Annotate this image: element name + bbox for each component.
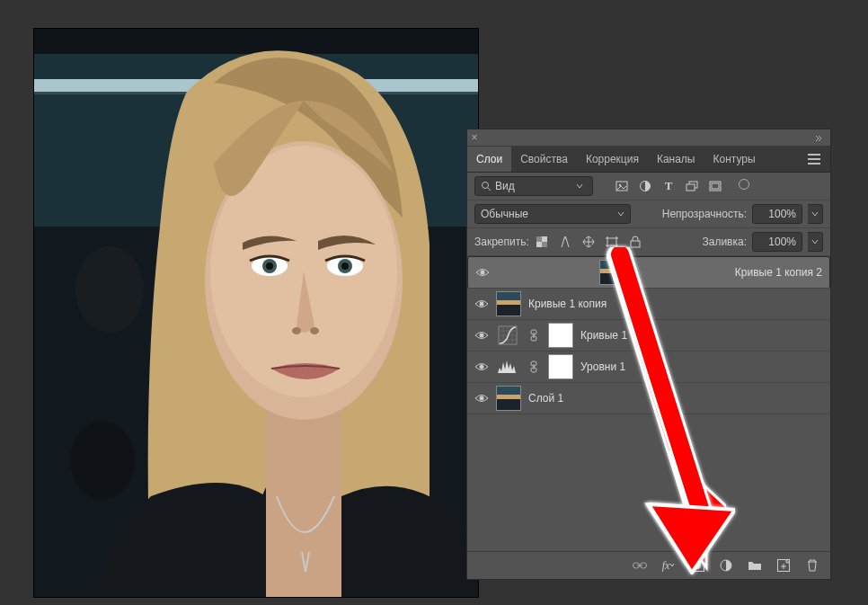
link-layers-icon[interactable] [633,558,647,573]
svg-rect-24 [686,184,695,191]
tab-adjustments[interactable]: Коррекция [577,147,648,172]
visibility-icon[interactable] [474,360,489,374]
svg-point-33 [480,302,484,307]
svg-rect-29 [542,242,547,247]
new-group-icon[interactable] [748,558,762,573]
layer-row[interactable]: Кривые 1 копия 2 [467,256,830,289]
layer-filter-select[interactable]: Вид [474,176,593,196]
filter-shape-icon[interactable] [685,179,699,193]
lock-row: Закрепить: Заливка: 100% [467,228,830,256]
mask-thumbnail[interactable] [548,354,573,379]
curves-adj-icon[interactable] [496,324,519,347]
tab-layers[interactable]: Слои [467,147,511,172]
layer-row[interactable]: Слой 1 [467,383,830,414]
lock-transparency-icon[interactable] [535,235,549,249]
tab-properties[interactable]: Свойства [511,147,577,172]
svg-point-41 [480,396,484,401]
filter-row: Вид T [467,173,830,200]
fx-icon[interactable]: fx [661,558,676,573]
svg-point-13 [266,262,273,270]
layer-thumbnail[interactable] [599,260,624,285]
layer-name[interactable]: Кривые 1 копия [528,298,607,310]
fill-label: Заливка: [702,236,747,248]
lock-all-icon[interactable] [628,235,642,249]
new-layer-icon[interactable] [776,558,791,573]
svg-point-45 [694,562,701,569]
visibility-icon[interactable] [474,391,489,405]
filter-pixel-icon[interactable] [615,179,629,193]
fill-value: 100% [768,236,796,248]
panel-menu-icon[interactable] [807,152,821,166]
tab-paths[interactable]: Контуры [704,147,765,172]
panel-footer: fx [467,551,830,579]
fill-dropdown[interactable] [808,232,823,252]
layer-thumbnail[interactable] [496,291,521,316]
blend-mode-select[interactable]: Обычные [474,204,631,224]
svg-point-7 [70,421,135,500]
opacity-input[interactable]: 100% [752,204,802,224]
opacity-value: 100% [768,208,796,220]
close-icon[interactable]: × [467,131,482,144]
lock-label: Закрепить: [474,236,529,248]
tab-channels[interactable]: Каналы [648,147,704,172]
svg-point-18 [310,327,319,334]
add-mask-icon[interactable] [690,558,704,573]
canvas-image [34,29,478,597]
layer-row[interactable]: Кривые 1 копия [467,289,830,320]
visibility-icon[interactable] [475,265,490,280]
blend-mode-value: Обычные [481,208,528,220]
layer-name[interactable]: Слой 1 [528,392,563,405]
svg-rect-31 [631,241,640,247]
layer-thumbnail[interactable] [496,386,521,411]
panel-tabs: Слои Свойства Коррекция Каналы Контуры [467,147,830,173]
layer-row[interactable]: Уровни 1 [467,351,830,383]
levels-adj-icon[interactable] [496,355,519,378]
layers-list: Кривые 1 копия 2 Кривые 1 копия Кривые 1… [467,256,830,551]
blend-row: Обычные Непрозрачность: 100% [467,200,830,228]
layers-panel: × Слои Свойства Коррекция Каналы Контуры… [467,129,830,579]
fill-input[interactable]: 100% [752,232,802,252]
svg-point-17 [292,327,301,334]
layer-name[interactable]: Кривые 1 копия 2 [735,266,822,279]
svg-rect-28 [536,236,542,242]
opacity-dropdown[interactable] [808,204,823,224]
lock-position-icon[interactable] [581,235,596,249]
layer-filter-label: Вид [495,180,515,192]
link-icon[interactable] [527,328,541,343]
link-icon[interactable] [527,360,541,374]
lock-artboard-icon[interactable] [605,235,619,249]
opacity-label: Непрозрачность: [662,208,747,220]
layer-name[interactable]: Уровни 1 [580,360,625,373]
delete-layer-icon[interactable] [805,558,819,573]
svg-point-5 [75,246,144,333]
svg-rect-26 [712,183,719,189]
visibility-icon[interactable] [474,297,489,311]
svg-point-32 [481,271,485,275]
svg-rect-30 [607,238,616,245]
filter-adjust-icon[interactable] [638,179,652,193]
svg-point-16 [341,262,349,270]
collapse-icon[interactable] [814,133,823,142]
filter-toggle[interactable] [739,179,749,190]
layer-row[interactable]: Кривые 1 [467,320,830,351]
visibility-icon[interactable] [474,328,489,343]
filter-smart-icon[interactable] [708,179,722,193]
layer-name[interactable]: Кривые 1 [580,329,627,342]
panel-titlebar[interactable]: × [467,129,830,147]
mask-thumbnail[interactable] [548,323,573,348]
new-adjustment-icon[interactable] [719,558,733,573]
filter-type-icon[interactable]: T [661,179,676,193]
lock-pixels-icon[interactable] [558,235,572,249]
svg-point-34 [480,334,484,338]
filter-type-buttons: T [615,179,749,193]
svg-point-38 [480,365,484,369]
svg-point-19 [483,182,489,189]
